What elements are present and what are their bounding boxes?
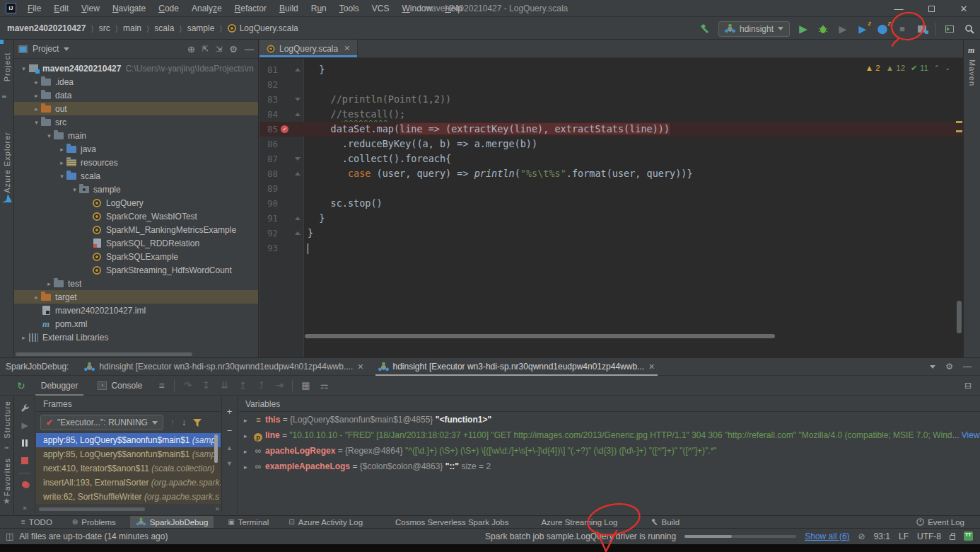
- menu-run[interactable]: Run: [305, 0, 333, 17]
- line-number[interactable]: 91: [259, 211, 278, 226]
- tree-item-sparkstreaming-hdfswordcount[interactable]: SparkStreaming_HdfsWordCount: [14, 263, 258, 277]
- frame-row[interactable]: insertAll:193, ExternalSorter (org.apach…: [36, 476, 221, 490]
- code-line-84[interactable]: 84 //testcall();: [259, 107, 963, 122]
- expand-icon[interactable]: ▸: [244, 444, 252, 459]
- filter-icon[interactable]: [193, 419, 202, 427]
- line-number[interactable]: 84: [259, 107, 278, 122]
- line-number[interactable]: 87: [259, 151, 278, 166]
- tree-chevron-icon[interactable]: ▾: [45, 132, 53, 139]
- run-configuration-select[interactable]: hdinsight: [718, 21, 790, 37]
- menu-build[interactable]: Build: [273, 0, 305, 17]
- caret-position[interactable]: 93:1: [874, 531, 890, 541]
- tree-item-sparksqlexample[interactable]: SparkSQLExample: [14, 250, 258, 263]
- sidebar-item-project[interactable]: Project: [3, 52, 11, 81]
- project-title[interactable]: Project: [33, 44, 59, 54]
- code-line-86[interactable]: 86 .reduceByKey((a, b) => a.merge(b)): [259, 137, 963, 151]
- run-button[interactable]: ▶: [797, 23, 810, 35]
- code-line-81[interactable]: 81 }: [259, 62, 963, 77]
- line-number[interactable]: 81: [259, 62, 278, 77]
- status-green-widget-icon[interactable]: [964, 531, 973, 541]
- debug-hide-icon[interactable]: —: [963, 362, 972, 372]
- expand-icon[interactable]: ▸: [244, 413, 252, 427]
- screen-layout-icon[interactable]: ⊟: [964, 381, 972, 391]
- next-frame-icon[interactable]: ↓: [182, 418, 186, 427]
- tool-button-sparkjobdebug[interactable]: SparkJobDebug: [130, 516, 214, 529]
- expand-all-icon[interactable]: ⇱: [202, 45, 209, 54]
- breadcrumb-item[interactable]: main: [123, 23, 141, 33]
- breadcrumb-item[interactable]: sample: [187, 23, 215, 33]
- debug-dropdown-icon[interactable]: [930, 365, 935, 369]
- debug-session-tab-2[interactable]: hdinsight [Executor wn3-hdi-sp.nr30qwnnd…: [371, 358, 663, 376]
- maximize-button[interactable]: [915, 0, 947, 17]
- variable-row-apacheLogRegex[interactable]: ▸∞apacheLogRegex = {Regex@4864} "^([\d.]…: [238, 443, 980, 459]
- tool-button-build[interactable]: Build: [645, 516, 686, 529]
- tree-item-sparksql-rddrelation[interactable]: SparkSQL_RDDRelation: [14, 236, 258, 250]
- debug-settings-icon[interactable]: ⚙: [945, 362, 953, 372]
- fold-marker-icon[interactable]: [295, 157, 301, 161]
- tree-item-main[interactable]: ▾main: [14, 129, 258, 142]
- tree-item-logquery[interactable]: LogQuery: [14, 196, 258, 209]
- minimize-button[interactable]: —: [882, 0, 915, 17]
- remove-watch-icon[interactable]: −: [227, 425, 233, 436]
- editor-vscrollbar[interactable]: [957, 301, 962, 333]
- tree-chevron-icon[interactable]: ▾: [33, 119, 40, 126]
- menu-analyze[interactable]: Analyze: [185, 0, 228, 17]
- next-error-icon[interactable]: ⌄: [945, 64, 950, 71]
- tab-debugger[interactable]: Debugger: [33, 376, 87, 396]
- line-number[interactable]: 88: [259, 166, 278, 181]
- menu-icon[interactable]: ≡: [153, 380, 169, 391]
- menu-file[interactable]: File: [21, 0, 47, 17]
- breadcrumb-item[interactable]: LogQuery.scala: [228, 23, 298, 33]
- tree-item-target[interactable]: ▸target: [14, 290, 258, 304]
- code-line-93[interactable]: 93: [259, 241, 963, 255]
- line-number[interactable]: 86: [259, 137, 278, 151]
- variable-row-this[interactable]: ▸≡this = {LogQuery$$anonfun$main$1@4855}…: [238, 412, 980, 427]
- line-number[interactable]: 90: [259, 196, 278, 211]
- expand-icon[interactable]: ▸: [244, 428, 252, 443]
- tree-item--idea[interactable]: ▸.idea: [14, 75, 258, 88]
- line-number[interactable]: 89: [259, 181, 278, 196]
- editor-hscrollbar[interactable]: [305, 334, 775, 338]
- breadcrumb-item[interactable]: maven24020210427: [7, 23, 86, 33]
- fold-marker-icon[interactable]: [295, 231, 301, 235]
- tree-chevron-icon[interactable]: ▾: [71, 186, 78, 193]
- view-breakpoints-icon[interactable]: [20, 480, 30, 488]
- project-hscrollbar[interactable]: [16, 352, 192, 356]
- frame-row[interactable]: apply:85, LogQuery$$anonfun$main$1 (samp…: [36, 447, 221, 461]
- menu-navigate[interactable]: Navigate: [106, 0, 152, 17]
- sidebar-item-maven[interactable]: Maven: [968, 59, 976, 86]
- frame-row[interactable]: apply:85, LogQuery$$anonfun$main$1 (samp…: [36, 433, 221, 447]
- frame-row[interactable]: next:410, Iterator$$anon$11 (scala.colle…: [36, 461, 221, 476]
- tree-chevron-icon[interactable]: ▸: [33, 294, 40, 301]
- resume-icon[interactable]: ▶: [19, 420, 30, 431]
- frames-vscrollbar[interactable]: [214, 435, 218, 463]
- step-out-icon[interactable]: ↥: [235, 380, 250, 391]
- menu-edit[interactable]: Edit: [47, 0, 75, 17]
- menu-tools[interactable]: Tools: [333, 0, 366, 17]
- view-link[interactable]: View: [962, 430, 980, 440]
- step-into-icon[interactable]: ↧: [198, 380, 214, 391]
- tree-chevron-icon[interactable]: ▸: [58, 146, 66, 153]
- fold-marker-icon[interactable]: [295, 113, 301, 116]
- build-hammer-icon[interactable]: [699, 23, 711, 35]
- tree-item-sparkcore-wasbiotest[interactable]: SparkCore_WasbIOTest: [14, 209, 258, 223]
- tool-button-problems[interactable]: ⊜Problems: [66, 516, 122, 529]
- tree-item-sample[interactable]: ▾sample: [14, 183, 258, 196]
- locate-file-icon[interactable]: ⊕: [187, 44, 195, 54]
- force-step-into-icon[interactable]: ⇊: [216, 380, 232, 391]
- pause-icon[interactable]: [19, 437, 30, 449]
- stop-button[interactable]: ■: [896, 23, 909, 35]
- tree-item-external-libraries[interactable]: ▸External Libraries: [14, 330, 258, 344]
- line-number[interactable]: 93: [259, 241, 278, 255]
- tree-chevron-icon[interactable]: ▸: [20, 334, 28, 341]
- code-line-89[interactable]: 89: [259, 181, 963, 196]
- tool-button-todo[interactable]: ≡TODO: [16, 516, 58, 529]
- prev-frame-icon[interactable]: ↑: [170, 418, 175, 427]
- menu-view[interactable]: View: [75, 0, 106, 17]
- tree-item-maven24020210427[interactable]: ▾maven24020210427C:\Users\v-yanjing\Idea…: [14, 62, 258, 75]
- code-line-85[interactable]: 85✓ dataSet.map(line => (extractKey(line…: [259, 122, 963, 137]
- prev-error-icon[interactable]: ⌃: [934, 64, 940, 71]
- tree-item-pom-xml[interactable]: mpom.xml: [14, 317, 258, 330]
- hide-panel-icon[interactable]: —: [245, 44, 254, 54]
- breadcrumb-item[interactable]: src: [99, 23, 110, 33]
